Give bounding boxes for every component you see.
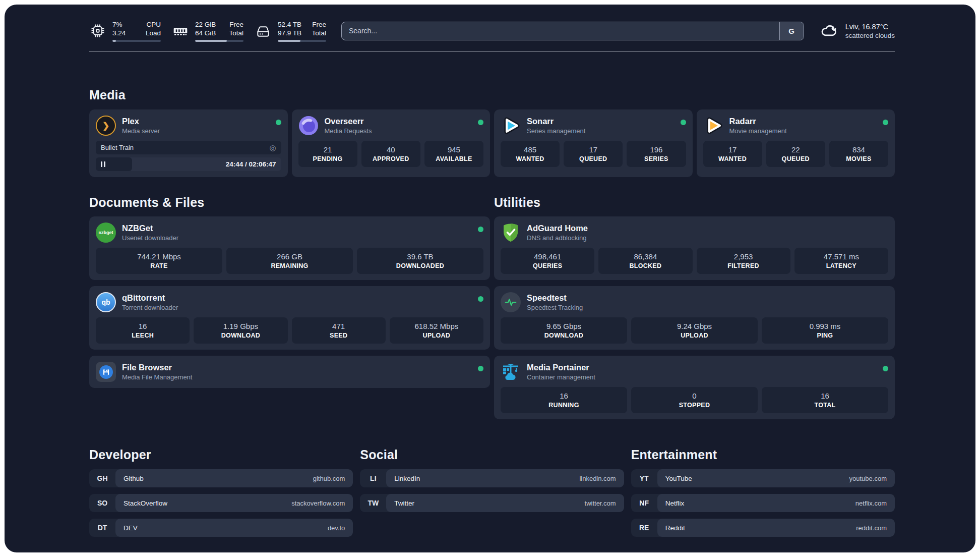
stat-value: 266 GB: [277, 252, 302, 261]
stat-value: 17: [728, 145, 737, 154]
memory-free-value: 22 GiB: [195, 20, 216, 29]
stat-value: 744.21 Mbps: [137, 252, 181, 261]
search-engine-button[interactable]: G: [779, 22, 804, 40]
bookmark-url: dev.to: [328, 524, 345, 532]
status-dot: [478, 296, 483, 302]
stat-box: 0 STOPPED: [631, 387, 758, 413]
bookmark-stackoverflow[interactable]: SO StackOverflow stackoverflow.com: [89, 494, 353, 512]
app-card-radarr[interactable]: Radarr Movie management 17 WANTED 22 QUE…: [697, 109, 895, 177]
stat-label: DOWNLOAD: [221, 332, 260, 339]
stat-label: DOWNLOADED: [396, 262, 444, 269]
bookmark-name: StackOverflow: [124, 499, 167, 507]
app-subtitle: Series management: [527, 127, 585, 135]
status-dot: [883, 120, 888, 125]
memory-progress-fill: [195, 40, 227, 42]
bookmark-abbr: RE: [631, 519, 657, 537]
search-bar: G: [341, 22, 804, 40]
stat-box: 86,384 BLOCKED: [598, 248, 692, 274]
stat-box: 9.65 Gbps DOWNLOAD: [501, 317, 627, 344]
stat-label: QUEUED: [579, 155, 607, 162]
bookmark-name: LinkedIn: [394, 475, 420, 482]
bookmark-netflix[interactable]: NF Netflix netflix.com: [631, 494, 895, 512]
app-card-overseerr[interactable]: Overseerr Media Requests 21 PENDING 40 A…: [292, 109, 491, 177]
search-input[interactable]: [342, 22, 779, 40]
app-card-filebrowser[interactable]: File Browser Media File Management: [89, 356, 490, 388]
bookmark-abbr: LI: [360, 469, 386, 487]
app-card-adguard[interactable]: AdGuard Home DNS and adblocking 498,461 …: [494, 216, 895, 280]
stat-label: WANTED: [516, 155, 544, 162]
disk-free-value: 52.4 TB: [278, 20, 301, 29]
bookmark-github[interactable]: GH Github github.com: [89, 469, 353, 487]
stat-label: AVAILABLE: [436, 155, 472, 162]
playback-progress-bar[interactable]: 24:44 / 02:06:47: [96, 157, 281, 171]
status-dot: [478, 120, 483, 125]
stat-box: 498,461 QUERIES: [501, 248, 594, 274]
plex-icon: ❯: [96, 116, 116, 136]
app-card-speedtest[interactable]: Speedtest Speedtest Tracking 9.65 Gbps D…: [494, 286, 895, 350]
app-name: Media Portainer: [527, 363, 595, 372]
stat-value: 618.52 Mbps: [415, 322, 459, 330]
bookmark-dev[interactable]: DT DEV dev.to: [89, 519, 353, 537]
stat-label: RUNNING: [548, 402, 579, 409]
section-title-media: Media: [89, 88, 895, 102]
stat-value: 39.6 TB: [407, 252, 433, 261]
stat-box: 47.571 ms LATENCY: [794, 248, 888, 274]
app-card-sonarr[interactable]: Sonarr Series management 485 WANTED 17 Q…: [494, 109, 693, 177]
stat-label: MOVIES: [846, 155, 871, 162]
stat-box: 0.993 ms PING: [762, 317, 888, 344]
app-name: AdGuard Home: [527, 224, 588, 233]
stat-value: 22: [791, 145, 800, 154]
bookmark-youtube[interactable]: YT YouTube youtube.com: [631, 469, 895, 487]
stat-label: WANTED: [718, 155, 747, 162]
app-name: File Browser: [122, 363, 192, 372]
qbittorrent-icon: qb: [96, 292, 116, 312]
stat-value: 2,953: [734, 252, 753, 261]
stat-box: 22 QUEUED: [766, 141, 825, 167]
stat-label: STOPPED: [679, 402, 710, 409]
app-name: Radarr: [729, 117, 787, 126]
bookmark-abbr: TW: [360, 494, 386, 512]
app-card-portainer[interactable]: Media Portainer Container management 16 …: [494, 356, 895, 419]
app-name: qBittorrent: [122, 293, 178, 303]
stat-value: 945: [448, 145, 460, 154]
bookmark-abbr: DT: [89, 519, 115, 537]
bookmark-url: github.com: [313, 475, 345, 482]
stat-label: LEECH: [132, 332, 154, 339]
stat-value: 471: [332, 322, 345, 330]
pause-icon[interactable]: [101, 161, 105, 167]
status-dot: [478, 366, 483, 371]
stat-label: SEED: [330, 332, 347, 339]
app-subtitle: Movie management: [729, 127, 787, 135]
stat-box: 618.52 Mbps UPLOAD: [390, 317, 483, 344]
bookmark-abbr: NF: [631, 494, 657, 512]
status-dot: [276, 120, 281, 125]
stat-value: 485: [524, 145, 536, 154]
app-name: NZBGet: [122, 224, 178, 233]
app-subtitle: DNS and adblocking: [527, 234, 588, 242]
app-card-nzbget[interactable]: nzbget NZBGet Usenet downloader 744.21 M…: [89, 216, 490, 280]
app-card-qbittorrent[interactable]: qb qBittorrent Torrent downloader 16 LEE…: [89, 286, 490, 350]
stat-label: BLOCKED: [629, 262, 661, 269]
weather-condition: scattered clouds: [845, 32, 895, 39]
app-subtitle: Usenet downloader: [122, 234, 178, 242]
bookmark-name: Netflix: [665, 499, 685, 507]
nzbget-icon: nzbget: [96, 222, 116, 243]
system-stats: 7% 3.24 CPU Load: [89, 20, 326, 42]
stat-label: DOWNLOAD: [544, 332, 583, 339]
stat-label: PENDING: [313, 155, 343, 162]
stat-value: 9.24 Gbps: [677, 322, 712, 330]
bookmark-linkedin[interactable]: LI LinkedIn linkedin.com: [360, 469, 624, 487]
app-card-plex[interactable]: ❯ Plex Media server Bullet Train ◎: [89, 109, 288, 177]
app-subtitle: Media File Management: [122, 373, 192, 381]
radarr-icon: [703, 116, 723, 136]
stat-box: 945 AVAILABLE: [424, 141, 483, 167]
app-subtitle: Media Requests: [325, 127, 372, 135]
stat-value: 16: [560, 392, 568, 400]
cpu-load-value: 3.24: [112, 29, 126, 37]
stat-label: UPLOAD: [423, 332, 451, 339]
stat-box: 485 WANTED: [501, 141, 560, 167]
disc-icon[interactable]: ◎: [269, 144, 276, 151]
memory-free-label: Free: [229, 20, 243, 29]
bookmark-reddit[interactable]: RE Reddit reddit.com: [631, 519, 895, 537]
bookmark-twitter[interactable]: TW Twitter twitter.com: [360, 494, 624, 512]
